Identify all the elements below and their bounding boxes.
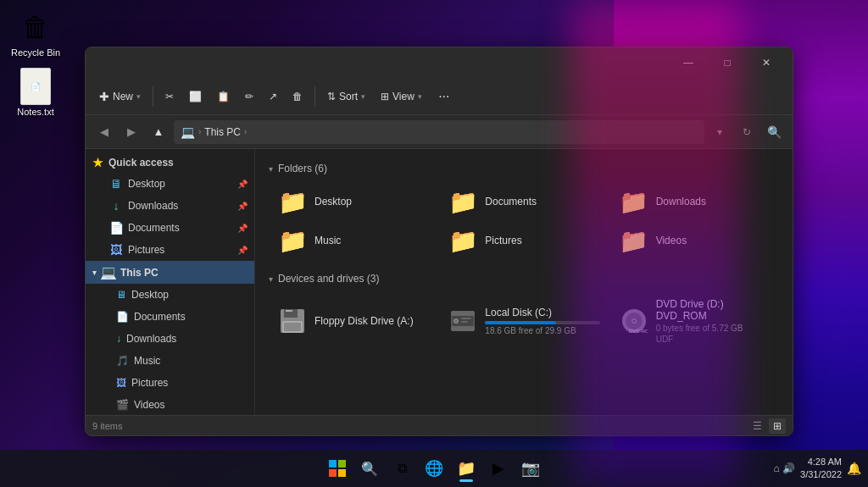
taskbar-photos-button[interactable]: 📷 xyxy=(515,453,546,484)
new-icon: ✚ xyxy=(99,90,109,103)
task-view-button[interactable]: ⧉ xyxy=(387,453,417,484)
sidebar-item-pictures-pc[interactable]: 🖼 Pictures xyxy=(86,372,254,394)
folder-desktop[interactable]: 📁 Desktop xyxy=(269,183,437,220)
svg-rect-11 xyxy=(451,311,475,316)
this-pc-label: This PC xyxy=(120,267,159,279)
sidebar-downloads-qa-label: Downloads xyxy=(128,200,178,212)
taskbar-clock[interactable]: 4:28 AM 3/31/2022 xyxy=(800,456,842,482)
copy-icon: ⬜ xyxy=(189,91,202,102)
taskbar-center: 🔍 ⧉ 🌐 📁 ▶ 📷 xyxy=(322,453,546,484)
folder-videos-label: Videos xyxy=(656,235,687,246)
notes-file-icon[interactable]: 📄 Notes.txt xyxy=(8,68,63,117)
folder-music-icon: 📁 xyxy=(277,227,308,254)
pc-icon: 💻 xyxy=(181,125,195,139)
rename-button[interactable]: ✏ xyxy=(238,83,260,110)
device-floppy[interactable]: Floppy Disk Drive (A:) xyxy=(269,293,437,349)
sidebar-music-pc-label: Music xyxy=(134,355,160,367)
sidebar-item-desktop-qa[interactable]: 🖥 Desktop 📌 xyxy=(86,173,254,195)
recycle-bin-image: 🗑 xyxy=(19,8,53,46)
paste-button[interactable]: 📋 xyxy=(210,83,236,110)
taskbar-edge-button[interactable]: 🌐 xyxy=(419,453,449,484)
content-pane: Folders (6) 📁 Desktop 📁 Documents 📁 Down… xyxy=(255,149,793,415)
documents-icon: 📄 xyxy=(109,221,123,235)
device-localdisk[interactable]: Local Disk (C:) 18.6 GB free of 29.9 GB xyxy=(439,293,608,349)
taskbar-search-button[interactable]: 🔍 xyxy=(354,453,385,484)
sidebar-item-documents-pc[interactable]: 📄 Documents xyxy=(86,306,254,328)
delete-icon: 🗑 xyxy=(292,91,303,102)
devices-section-header[interactable]: Devices and drives (3) xyxy=(269,273,779,285)
localdisk-info: Local Disk (C:) 18.6 GB free of 29.9 GB xyxy=(485,307,599,335)
new-button[interactable]: ✚ New ▾ xyxy=(92,83,147,110)
taskbar-media-button[interactable]: ▶ xyxy=(483,453,514,484)
notes-file-label: Notes.txt xyxy=(17,107,53,117)
forward-button[interactable]: ▶ xyxy=(120,120,143,144)
more-options-button[interactable]: ··· xyxy=(431,83,458,110)
refresh-button[interactable]: ↻ xyxy=(735,120,759,144)
view-button[interactable]: ⊞ View ▾ xyxy=(374,83,429,110)
search-icon: 🔍 xyxy=(361,461,378,477)
recycle-bin-icon[interactable]: 🗑 Recycle Bin xyxy=(8,8,63,58)
svg-rect-9 xyxy=(461,318,471,319)
expand-icon: ▾ xyxy=(92,268,97,277)
search-button[interactable]: 🔍 xyxy=(762,120,786,144)
start-button[interactable] xyxy=(322,453,353,484)
folder-pictures[interactable]: 📁 Pictures xyxy=(439,222,608,259)
copy-button[interactable]: ⬜ xyxy=(182,83,209,110)
sidebar-item-documents-qa[interactable]: 📄 Documents 📌 xyxy=(86,217,254,239)
sidebar-item-pictures-qa[interactable]: 🖼 Pictures 📌 xyxy=(86,239,254,261)
pictures-pc-icon: 🖼 xyxy=(116,377,126,389)
sidebar-item-downloads-qa[interactable]: ↓ Downloads 📌 xyxy=(86,195,254,217)
localdisk-bar-bg xyxy=(485,321,599,324)
quick-access-header[interactable]: ★ Quick access xyxy=(86,152,254,173)
system-tray-icons: ⌂ 🔊 xyxy=(773,462,795,474)
view-label: View xyxy=(392,91,415,102)
path-label: This PC xyxy=(204,126,241,138)
sidebar-desktop-pc-label: Desktop xyxy=(131,289,169,301)
toolbar: ✚ New ▾ ✂ ⬜ 📋 ✏ ↗ 🗑 xyxy=(86,78,793,115)
pin-icon-doc: 📌 xyxy=(237,224,248,233)
folder-pictures-label: Pictures xyxy=(485,235,521,246)
path-separator: › xyxy=(198,127,201,136)
taskbar-explorer-button[interactable]: 📁 xyxy=(451,453,481,484)
cut-button[interactable]: ✂ xyxy=(159,83,181,110)
grid-view-button[interactable]: ⊞ xyxy=(769,418,786,434)
music-pc-icon: 🎵 xyxy=(116,355,129,367)
address-path[interactable]: 💻 › This PC › xyxy=(174,120,704,144)
close-button[interactable]: ✕ xyxy=(747,49,786,76)
this-pc-header[interactable]: ▾ 💻 This PC xyxy=(86,261,254,284)
folder-music[interactable]: 📁 Music xyxy=(269,222,437,259)
device-dvd[interactable]: DVD-ROM DVD Drive (D:) DVD_ROM 0 bytes f… xyxy=(610,293,779,349)
maximize-button[interactable]: □ xyxy=(708,49,747,76)
list-view-button[interactable]: ☰ xyxy=(748,418,765,434)
title-bar: — □ ✕ xyxy=(86,47,793,78)
up-button[interactable]: ▲ xyxy=(147,120,170,144)
taskbar-time-label: 4:28 AM xyxy=(800,456,842,468)
svg-rect-21 xyxy=(338,469,346,477)
share-icon: ↗ xyxy=(269,91,277,102)
sidebar-item-downloads-pc[interactable]: ↓ Downloads xyxy=(86,328,254,350)
folder-videos[interactable]: 📁 Videos xyxy=(610,222,779,259)
media-icon: ▶ xyxy=(492,459,504,478)
sidebar-item-desktop-pc[interactable]: 🖥 Desktop xyxy=(86,284,254,306)
sidebar-item-music-pc[interactable]: 🎵 Music xyxy=(86,350,254,372)
dropdown-button[interactable]: ▾ xyxy=(708,120,732,144)
main-content: ★ Quick access 🖥 Desktop 📌 ↓ Downloads 📌… xyxy=(86,149,793,415)
sort-button[interactable]: ⇅ Sort ▾ xyxy=(320,83,372,110)
folders-section-header[interactable]: Folders (6) xyxy=(269,163,779,174)
sidebar-item-videos-pc[interactable]: 🎬 Videos xyxy=(86,394,254,415)
minimize-button[interactable]: — xyxy=(669,49,708,76)
delete-button[interactable]: 🗑 xyxy=(286,83,309,110)
more-icon: ··· xyxy=(438,89,449,104)
documents-pc-icon: 📄 xyxy=(116,311,129,323)
taskbar-right: ⌂ 🔊 4:28 AM 3/31/2022 🔔 xyxy=(773,456,861,482)
back-button[interactable]: ◀ xyxy=(92,120,116,144)
localdisk-bar-fill xyxy=(485,321,556,324)
share-button[interactable]: ↗ xyxy=(262,83,284,110)
svg-text:DVD-ROM: DVD-ROM xyxy=(629,329,648,334)
folder-downloads-label: Downloads xyxy=(656,196,706,208)
folder-downloads[interactable]: 📁 Downloads xyxy=(610,183,779,220)
sidebar-desktop-qa-label: Desktop xyxy=(128,178,165,190)
svg-rect-4 xyxy=(284,323,301,331)
folder-documents[interactable]: 📁 Documents xyxy=(439,183,608,220)
view-chevron-icon: ▾ xyxy=(418,92,422,101)
